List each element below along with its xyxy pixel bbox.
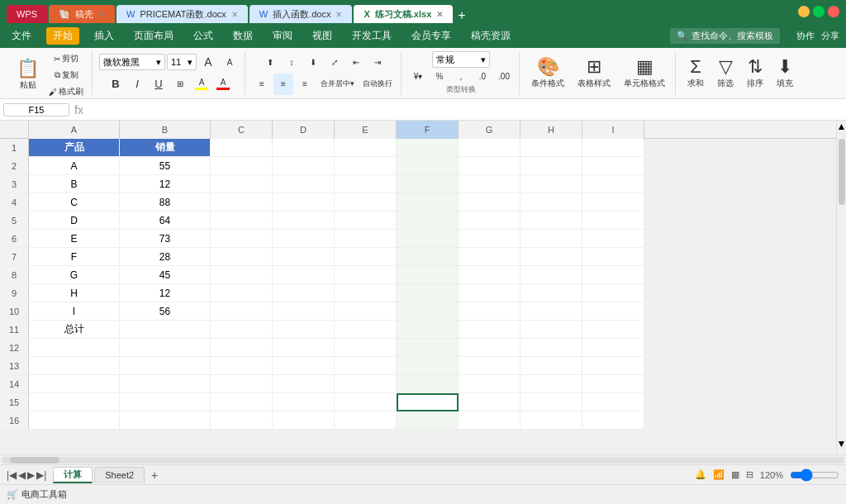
menu-layout[interactable]: 页面布局 [129,27,178,45]
menu-dev[interactable]: 开发工具 [347,27,397,45]
cell-A13[interactable] [29,357,120,375]
row-header-11[interactable]: 11 [0,321,29,339]
close-insertfunc[interactable]: ✕ [335,10,342,19]
font-size-select[interactable]: 11 ▾ [167,54,197,70]
cell-E1[interactable] [335,139,397,157]
cell-I4[interactable] [582,193,644,212]
cell-D9[interactable] [273,284,335,302]
col-header-H[interactable]: H [520,121,582,139]
cell-F16[interactable] [397,411,459,430]
cell-G5[interactable] [459,212,520,230]
col-header-E[interactable]: E [335,121,397,139]
row-header-13[interactable]: 13 [0,357,29,375]
cell-F5[interactable] [397,212,459,230]
view-page-icon[interactable]: ⊟ [746,469,753,480]
menu-start[interactable]: 开始 [46,27,79,45]
minimize-btn[interactable] [798,6,810,17]
cell-D14[interactable] [273,375,335,393]
cell-C9[interactable] [211,284,273,302]
col-header-C[interactable]: C [211,121,273,139]
cell-E2[interactable] [335,157,397,175]
indent-inc-btn[interactable]: ⇥ [368,51,387,74]
cell-A12[interactable] [29,339,120,357]
decimal-inc-btn[interactable]: .0 [473,68,492,84]
menu-view[interactable]: 视图 [307,27,337,45]
cell-F4[interactable] [397,193,459,212]
cell-F7[interactable] [397,248,459,266]
cell-A1[interactable]: 产品 [29,139,120,157]
cell-H8[interactable] [520,266,582,284]
cell-D1[interactable] [273,139,335,157]
cell-E3[interactable] [335,175,397,193]
sort-btn[interactable]: ⇅ 排序 [742,51,768,96]
cell-D13[interactable] [273,357,335,375]
cell-I8[interactable] [582,266,644,284]
col-header-B[interactable]: B [120,121,211,139]
row-header-15[interactable]: 15 [0,393,29,411]
cell-A9[interactable]: H [29,284,120,302]
cell-C6[interactable] [211,230,273,248]
view-normal-icon[interactable]: ▦ [731,469,739,480]
align-top-btn[interactable]: ⬆ [260,51,280,74]
sheet-nav-prev[interactable]: ◀ [18,469,26,481]
cell-A2[interactable]: A [29,157,120,175]
menu-review[interactable]: 审阅 [268,27,297,45]
conditional-format-btn[interactable]: 🎨 条件格式 [526,51,569,96]
cell-E10[interactable] [335,302,397,321]
menu-formula[interactable]: 公式 [188,27,218,45]
cell-F11[interactable] [397,321,459,339]
cell-F6[interactable] [397,230,459,248]
cell-C13[interactable] [211,357,273,375]
cell-A6[interactable]: E [29,230,120,248]
cell-H13[interactable] [520,357,582,375]
menu-insert[interactable]: 插入 [89,27,119,45]
menu-member[interactable]: 会员专享 [406,27,456,45]
align-center-btn[interactable]: ≡ [273,74,293,96]
cell-C1[interactable] [211,139,273,157]
cell-I15[interactable] [582,393,644,411]
merge-btn[interactable]: 合并居中▾ [316,74,358,96]
cell-B7[interactable]: 28 [120,248,211,266]
currency-btn[interactable]: ¥▾ [408,68,428,84]
row-header-9[interactable]: 9 [0,284,29,302]
cell-B3[interactable]: 12 [120,175,211,193]
cell-H15[interactable] [520,393,582,411]
align-middle-btn[interactable]: ↕ [282,51,302,74]
cell-B4[interactable]: 88 [120,193,211,212]
menu-resource[interactable]: 稿壳资源 [466,27,516,45]
zoom-slider[interactable] [790,468,839,482]
cell-H1[interactable] [520,139,582,157]
wrap-btn[interactable]: 自动换行 [359,74,396,96]
cell-C3[interactable] [211,175,273,193]
cell-H4[interactable] [520,193,582,212]
cell-B13[interactable] [120,357,211,375]
font-inc-btn[interactable]: A [198,51,218,74]
cell-F14[interactable] [397,375,459,393]
cell-C7[interactable] [211,248,273,266]
row-header-1[interactable]: 1 [0,139,29,157]
sheet-tab-1[interactable]: 计算 [53,467,93,483]
cell-E4[interactable] [335,193,397,212]
cell-C8[interactable] [211,266,273,284]
v-scrollbar[interactable]: ▲ ▼ [836,121,846,454]
cell-I3[interactable] [582,175,644,193]
row-header-10[interactable]: 10 [0,302,29,321]
add-sheet-btn[interactable]: + [146,467,163,483]
cell-H9[interactable] [520,284,582,302]
cell-D11[interactable] [273,321,335,339]
add-tab-icon[interactable]: + [458,8,465,23]
cell-G15[interactable] [459,393,520,411]
menu-file[interactable]: 文件 [7,27,36,45]
cell-G11[interactable] [459,321,520,339]
h-scroll-thumb[interactable] [10,457,59,464]
row-header-8[interactable]: 8 [0,266,29,284]
cell-G13[interactable] [459,357,520,375]
font-name-select[interactable]: 微软雅黑 ▾ [99,54,165,70]
cell-F2[interactable] [397,157,459,175]
cell-H2[interactable] [520,157,582,175]
cell-E13[interactable] [335,357,397,375]
cell-A8[interactable]: G [29,266,120,284]
cell-E7[interactable] [335,248,397,266]
copy-btn[interactable]: ⧉ 复制 [45,68,87,83]
cell-H5[interactable] [520,212,582,230]
